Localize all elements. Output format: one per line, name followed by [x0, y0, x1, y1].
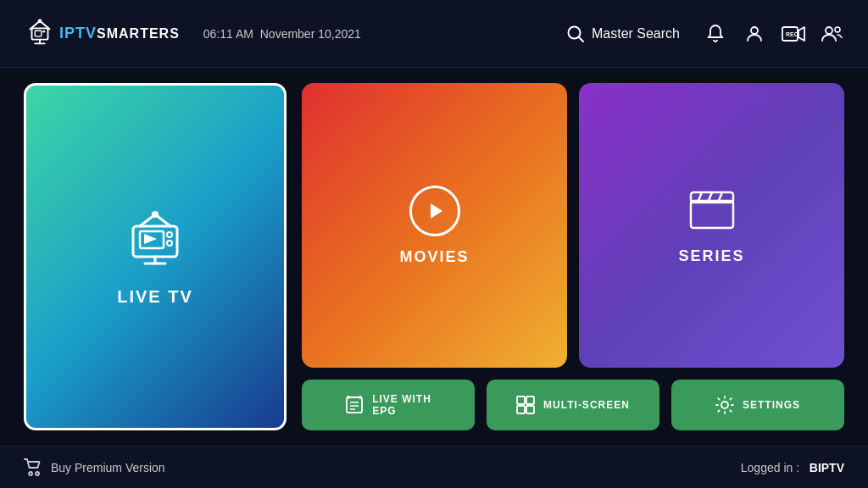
svg-rect-32: [347, 397, 362, 413]
buy-premium-button[interactable]: Buy Premium Version: [24, 458, 165, 477]
footer: Buy Premium Version Logged in : BIPTV: [0, 446, 868, 488]
record-button[interactable]: REC: [782, 22, 805, 46]
svg-marker-12: [798, 27, 804, 41]
multi-screen-button[interactable]: MULTI-SCREEN: [487, 380, 659, 430]
svg-rect-39: [526, 396, 534, 404]
movies-card[interactable]: MOVIES: [302, 83, 567, 368]
settings-icon: [715, 396, 734, 414]
main-content: LIVE TV MOVIES: [0, 68, 868, 446]
buy-premium-label: Buy Premium Version: [51, 461, 165, 474]
svg-rect-38: [517, 396, 525, 404]
header-icons: REC: [704, 22, 844, 46]
top-cards-row: MOVIES SERIES: [302, 83, 844, 368]
master-search-button[interactable]: Master Search: [566, 25, 680, 43]
series-label: SERIES: [678, 247, 744, 265]
header: IPTVSMARTERS 06:11 AM November 10,2021 M…: [0, 0, 868, 68]
live-epg-button[interactable]: LIVE WITHEPG: [302, 380, 475, 430]
svg-rect-27: [691, 201, 733, 228]
bell-icon: [705, 24, 726, 44]
logged-in-info: Logged in : BIPTV: [741, 461, 844, 474]
svg-rect-40: [517, 406, 525, 413]
live-tv-label: LIVE TV: [117, 287, 193, 307]
search-label: Master Search: [592, 26, 680, 42]
live-tv-icon: [121, 208, 189, 275]
record-icon: REC: [782, 25, 805, 42]
logo-text: IPTVSMARTERS: [59, 25, 180, 42]
logged-in-label: Logged in :: [741, 461, 799, 474]
search-icon: [566, 25, 585, 43]
svg-point-15: [835, 27, 840, 32]
svg-point-23: [167, 241, 172, 246]
bottom-buttons-row: LIVE WITHEPG MULTI-SCREEN SETTINGS: [302, 380, 844, 430]
series-card[interactable]: SERIES: [579, 83, 844, 368]
play-icon: [422, 198, 448, 224]
logo-area: IPTVSMARTERS: [24, 18, 180, 50]
svg-rect-4: [35, 30, 42, 36]
svg-text:REC: REC: [786, 31, 798, 37]
svg-point-5: [42, 30, 45, 32]
multi-screen-icon: [516, 396, 535, 414]
notification-button[interactable]: [704, 22, 727, 46]
series-clapper-icon: [687, 186, 737, 236]
username-label: BIPTV: [810, 461, 844, 474]
multi-user-icon: [821, 24, 844, 44]
svg-point-44: [36, 472, 39, 475]
svg-point-37: [359, 396, 362, 399]
right-grid: MOVIES SERIES: [302, 83, 844, 430]
svg-point-18: [152, 211, 159, 218]
svg-point-42: [721, 402, 728, 408]
svg-rect-3: [32, 28, 48, 39]
multi-user-button[interactable]: [821, 22, 844, 46]
svg-point-14: [826, 27, 832, 34]
svg-marker-21: [144, 234, 157, 244]
settings-button[interactable]: SETTINGS: [671, 380, 844, 430]
svg-point-10: [751, 27, 758, 34]
profile-button[interactable]: [743, 22, 766, 46]
datetime: 06:11 AM November 10,2021: [203, 27, 361, 41]
svg-line-9: [578, 36, 583, 42]
svg-rect-41: [526, 406, 534, 413]
svg-point-2: [38, 19, 42, 23]
svg-point-36: [347, 396, 350, 399]
svg-marker-26: [431, 203, 442, 219]
svg-point-22: [167, 232, 172, 237]
settings-label: SETTINGS: [743, 399, 800, 411]
epg-icon: [345, 396, 364, 414]
movies-label: MOVIES: [399, 248, 469, 266]
live-tv-card[interactable]: LIVE TV: [24, 83, 287, 430]
logo-icon: [24, 18, 56, 50]
live-epg-label: LIVE WITHEPG: [372, 393, 431, 417]
cart-icon: [24, 458, 42, 477]
user-icon: [744, 24, 765, 44]
movies-play-circle: [409, 186, 460, 236]
multi-screen-label: MULTI-SCREEN: [543, 399, 630, 411]
svg-point-43: [29, 472, 32, 475]
